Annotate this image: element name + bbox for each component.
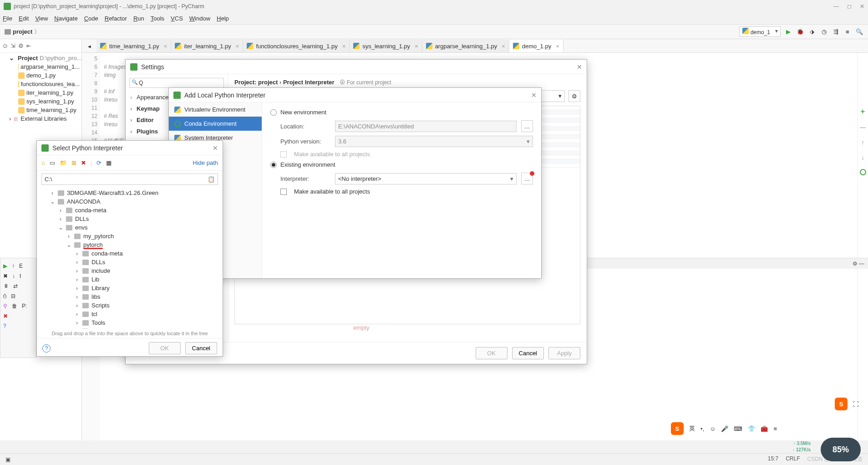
stop-button[interactable]: ■ <box>843 28 852 36</box>
folder-node[interactable]: ›include <box>41 266 218 275</box>
run-config-combo[interactable]: demo_1 <box>739 26 781 37</box>
conda-option[interactable]: Conda Environment <box>169 117 262 131</box>
tool-window-icon[interactable]: ▣ <box>5 456 10 463</box>
gear-icon[interactable]: ⚙ <box>569 90 580 102</box>
close-run-icon[interactable]: ✖ <box>3 313 8 319</box>
sogou-indicator[interactable]: S⛶ <box>835 398 859 410</box>
project-file[interactable]: iter_learning_1.py <box>0 88 81 97</box>
menu-file[interactable]: File <box>3 15 12 22</box>
ime-keyboard-icon[interactable]: ⌨ <box>734 425 742 432</box>
folder-node[interactable]: ›3DMGAME-Warcraft3.v1.26.Green <box>41 189 218 197</box>
history-icon[interactable]: 📋 <box>208 176 215 183</box>
virtualenv-option[interactable]: Virtualenv Environment <box>169 102 262 117</box>
trash-icon[interactable]: ⊟ <box>11 293 15 299</box>
ime-ico1[interactable]: •, <box>700 425 704 432</box>
close-tab-icon[interactable]: × <box>342 43 346 50</box>
close-icon[interactable]: ✕ <box>531 92 537 99</box>
close-button[interactable]: ✕ <box>860 3 864 10</box>
project-root[interactable]: ⌄ Project D:\python_pro... <box>0 54 81 62</box>
pause-icon[interactable]: ⏸ <box>3 283 9 289</box>
project-file[interactable]: time_learning_1.py <box>0 106 81 114</box>
menu-help[interactable]: Help <box>217 15 229 22</box>
debug-button[interactable]: 🐞 <box>796 28 804 36</box>
profile-button[interactable]: ◷ <box>820 28 828 36</box>
menu-refactor[interactable]: Refactor <box>105 15 127 22</box>
settings-search[interactable]: Q <box>129 78 224 88</box>
project-file[interactable]: functionclosures_lea... <box>0 80 81 88</box>
folder-node[interactable]: ›Lib <box>41 275 218 284</box>
select-opened-icon[interactable]: ⊙ <box>3 42 8 49</box>
down-button[interactable]: ↓ <box>12 273 15 279</box>
gear-icon[interactable]: ⚙ <box>18 42 24 49</box>
minimize-button[interactable]: ― <box>833 3 839 10</box>
folder-node[interactable]: ›libs <box>41 292 218 301</box>
stop-icon[interactable]: ✖ <box>3 273 8 279</box>
hide-path-link[interactable]: Hide path <box>193 159 218 166</box>
folder-node[interactable]: ›DLLs <box>41 215 218 223</box>
menu-edit[interactable]: Edit <box>19 15 29 22</box>
menu-view[interactable]: View <box>35 15 48 22</box>
add-icon[interactable]: + <box>861 107 865 116</box>
rerun-button[interactable]: ▶ <box>3 263 7 269</box>
make-available-check-2[interactable]: Make available to all projects <box>280 188 533 195</box>
editor-tab[interactable]: sys_learning_1.py× <box>350 40 422 52</box>
close-icon[interactable]: ✕ <box>577 63 582 71</box>
cancel-button[interactable]: Cancel <box>185 342 217 354</box>
ime-ico2[interactable]: ☺ <box>710 425 716 432</box>
up-icon[interactable]: ↑ <box>861 139 864 146</box>
refresh-icon[interactable]: ⟳ <box>96 159 102 166</box>
minus-icon[interactable]: ― <box>860 124 866 131</box>
folder-node[interactable]: ›DLLs <box>41 258 218 266</box>
interpreter-field[interactable]: Interpreter:<No interpreter>… <box>280 173 533 184</box>
expand-icon[interactable]: ⇲ <box>10 42 15 49</box>
maximize-button[interactable]: ◻ <box>847 3 852 10</box>
editor-tab[interactable]: demo_1.py× <box>509 40 563 52</box>
folder-node[interactable]: ›Scripts <box>41 301 218 310</box>
ime-lang[interactable]: 英 <box>689 424 695 433</box>
run-button[interactable]: ▶ <box>784 28 792 36</box>
menu-window[interactable]: Window <box>189 15 210 22</box>
menu-code[interactable]: Code <box>84 15 98 22</box>
down-icon[interactable]: ↓ <box>861 154 864 161</box>
ok-button[interactable]: OK <box>476 347 508 359</box>
menu-vcs[interactable]: VCS <box>171 15 183 22</box>
project-icon[interactable]: 📁 <box>60 159 67 166</box>
sogou-icon[interactable]: S <box>671 422 684 435</box>
folder-node[interactable]: ›Library <box>41 284 218 292</box>
folder-node[interactable]: ›conda-meta <box>41 249 218 258</box>
coverage-button[interactable]: ⬗ <box>808 28 816 36</box>
apply-button[interactable]: Apply <box>548 347 580 359</box>
folder-node[interactable]: ›conda-meta <box>41 206 218 215</box>
ime-skin-icon[interactable]: 👕 <box>748 425 755 432</box>
show-hidden-icon[interactable]: ▦ <box>106 159 112 166</box>
gear-icon[interactable]: ⚙ ― <box>853 261 864 267</box>
desktop-icon[interactable]: ▭ <box>50 159 55 166</box>
interpreter-combo[interactable]: <No interpreter> <box>335 173 517 184</box>
folder-node[interactable]: ›my_pytorch <box>41 232 218 240</box>
help-icon[interactable]: ? <box>42 344 51 353</box>
close-tab-icon[interactable]: × <box>556 43 559 50</box>
close-icon[interactable]: ✕ <box>213 144 218 152</box>
network-meter[interactable]: ↑ 3.5M/s↓ 127K/s 85% <box>821 438 861 461</box>
wrap-icon[interactable]: ⇄ <box>13 283 18 289</box>
new-env-radio[interactable]: New environment <box>270 109 533 116</box>
ime-toolbox-icon[interactable]: 🧰 <box>761 425 768 432</box>
browse-button[interactable]: … <box>521 173 533 184</box>
project-file[interactable]: sys_learning_1.py <box>0 97 81 106</box>
existing-env-radio[interactable]: Existing environment <box>270 161 533 168</box>
breadcrumb[interactable]: project 〉 <box>5 28 40 36</box>
delete-icon[interactable]: ✖ <box>81 159 86 166</box>
ime-mic-icon[interactable]: 🎤 <box>721 425 728 432</box>
new-folder-icon[interactable]: ⊞ <box>71 159 76 166</box>
pin-icon[interactable]: ⚲ <box>3 303 7 309</box>
attach-button[interactable]: ⇶ <box>832 28 840 36</box>
menu-run[interactable]: Run <box>133 15 144 22</box>
close-tab-icon[interactable]: × <box>502 43 505 50</box>
menu-navigate[interactable]: Navigate <box>54 15 77 22</box>
editor-tab[interactable]: iter_learning_1.py× <box>171 40 243 52</box>
project-tree[interactable]: ⌄ Project D:\python_pro... argparse_lear… <box>0 53 81 124</box>
close-tab-icon[interactable]: × <box>164 43 168 50</box>
trash2-icon[interactable]: 🗑 <box>12 303 17 309</box>
folder-node[interactable]: ⌄envs <box>41 223 218 232</box>
close-tab-icon[interactable]: × <box>415 43 418 50</box>
